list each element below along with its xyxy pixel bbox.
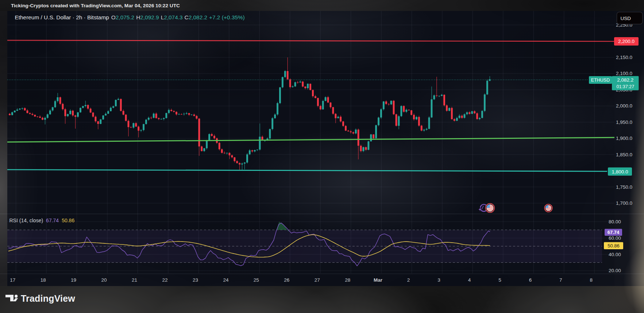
svg-text:21: 21	[132, 277, 137, 283]
svg-text:5: 5	[498, 277, 501, 283]
svg-text:Mar: Mar	[374, 277, 383, 283]
svg-text:7: 7	[559, 277, 562, 283]
svg-text:80.00: 80.00	[609, 219, 621, 224]
svg-text:60.00: 60.00	[609, 235, 621, 241]
svg-text:1,900.0: 1,900.0	[616, 136, 632, 141]
svg-text:4: 4	[468, 277, 471, 283]
svg-text:3: 3	[437, 277, 440, 283]
svg-text:1,850.0: 1,850.0	[616, 152, 632, 157]
svg-text:40.00: 40.00	[609, 252, 621, 257]
svg-text:TradingView: TradingView	[21, 293, 75, 304]
svg-text:20: 20	[101, 277, 107, 283]
svg-text:RSI (14, close)67.7450.86: RSI (14, close)67.7450.86	[9, 218, 75, 223]
svg-text:Ethereum / U.S. Dollar · 2h ·: Ethereum / U.S. Dollar · 2h · BitstampO2…	[15, 14, 245, 20]
svg-text:1,950.0: 1,950.0	[616, 120, 632, 125]
svg-text:24: 24	[223, 277, 229, 283]
svg-text:2: 2	[407, 277, 410, 283]
svg-text:2,150.0: 2,150.0	[616, 55, 632, 60]
svg-text:01:37:27: 01:37:27	[616, 84, 634, 89]
svg-text:17: 17	[10, 277, 15, 283]
svg-text:27: 27	[315, 277, 320, 283]
svg-text:18: 18	[41, 277, 46, 283]
svg-text:2,082.2: 2,082.2	[617, 77, 633, 83]
svg-text:26: 26	[284, 277, 289, 283]
svg-text:50.86: 50.86	[608, 243, 620, 249]
svg-text:25: 25	[254, 277, 259, 283]
svg-text:1,800.0: 1,800.0	[612, 169, 628, 175]
svg-text:2,000.0: 2,000.0	[616, 103, 632, 109]
svg-text:Ticking-Cryptos created with T: Ticking-Cryptos created with TradingView…	[11, 3, 180, 8]
svg-text:2,200.0: 2,200.0	[618, 39, 635, 44]
svg-text:2,100.0: 2,100.0	[616, 71, 632, 76]
svg-text:ETHUSD: ETHUSD	[591, 78, 610, 83]
svg-text:1,700.0: 1,700.0	[616, 200, 632, 206]
svg-text:23: 23	[193, 277, 198, 283]
svg-text:6: 6	[529, 277, 532, 283]
svg-text:19: 19	[71, 277, 76, 283]
svg-text:20.00: 20.00	[609, 268, 621, 273]
svg-text:22: 22	[162, 277, 167, 283]
svg-text:8: 8	[590, 277, 593, 283]
svg-text:67.74: 67.74	[608, 230, 620, 235]
svg-text:USD: USD	[621, 16, 631, 21]
svg-text:1,750.0: 1,750.0	[616, 184, 632, 190]
svg-text:28: 28	[345, 277, 350, 283]
